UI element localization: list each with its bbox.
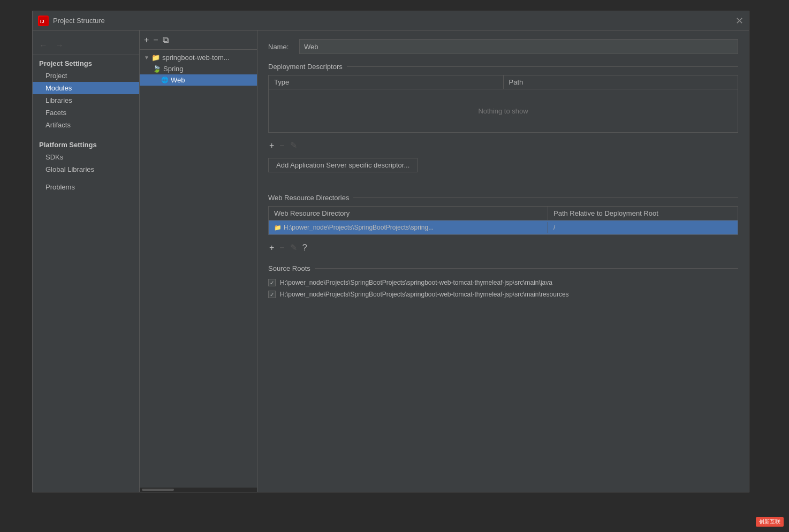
tree-toolbar: + − ⧉ xyxy=(140,31,257,50)
window-title: Project Structure xyxy=(53,17,105,25)
tree-spring-item[interactable]: 🍃 Spring xyxy=(140,63,257,74)
watermark: 创新互联 xyxy=(756,517,784,527)
source-row-resources: ✓ H:\power_node\Projects\SpringBootProje… xyxy=(268,288,738,300)
deployment-table: Type Path Nothing to show xyxy=(268,75,738,133)
problems-section: Problems xyxy=(33,181,139,193)
folder-icon: 📁 xyxy=(274,224,282,231)
resource-help-btn[interactable]: ? xyxy=(301,242,308,254)
resource-action-toolbar: + − ✎ ? xyxy=(268,239,738,256)
close-button[interactable]: ✕ xyxy=(735,16,744,26)
deployment-remove-btn[interactable]: − xyxy=(278,140,285,151)
tree-copy-button[interactable]: ⧉ xyxy=(163,35,169,45)
platform-settings-header: Platform Settings xyxy=(33,136,139,151)
platform-section: Platform Settings SDKs Global Libraries xyxy=(33,136,139,176)
sidebar: ← → Project Settings Project Modules Lib… xyxy=(33,31,140,492)
resource-dir-value: H:\power_node\Projects\SpringBootProject… xyxy=(284,224,434,231)
name-label: Name: xyxy=(268,43,295,51)
sidebar-item-modules[interactable]: Modules xyxy=(33,82,139,94)
sidebar-item-facets[interactable]: Facets xyxy=(33,107,139,119)
sidebar-item-project[interactable]: Project xyxy=(33,70,139,82)
deployment-edit-btn[interactable]: ✎ xyxy=(289,139,298,151)
svg-text:IJ: IJ xyxy=(40,19,44,24)
resource-path-col-header: Path Relative to Deployment Root xyxy=(548,207,738,220)
source-row-java: ✓ H:\power_node\Projects\SpringBootProje… xyxy=(268,277,738,288)
title-bar-left: IJ Project Structure xyxy=(38,16,105,26)
module-icon: 📁 xyxy=(151,54,160,62)
tree-remove-button[interactable]: − xyxy=(153,35,158,45)
deployment-action-toolbar: + − ✎ xyxy=(268,137,738,154)
deployment-add-btn[interactable]: + xyxy=(268,140,275,151)
source-roots-title: Source Roots xyxy=(268,264,738,272)
scrollbar-thumb xyxy=(142,489,174,491)
nothing-to-show-text: Nothing to show xyxy=(478,107,528,115)
type-column-header: Type xyxy=(269,75,504,89)
check-icon-java: ✓ xyxy=(270,280,274,286)
source-path-resources: H:\power_node\Projects\SpringBootProject… xyxy=(280,291,569,298)
source-checkbox-resources[interactable]: ✓ xyxy=(268,291,276,298)
tree-panel: + − ⧉ ▼ 📁 springboot-web-tom... 🍃 Spring… xyxy=(140,31,257,492)
expand-arrow: ▼ xyxy=(144,55,149,60)
tree-root-item[interactable]: ▼ 📁 springboot-web-tom... xyxy=(140,52,257,63)
resource-edit-btn[interactable]: ✎ xyxy=(289,241,298,254)
add-server-btn-wrapper: Add Application Server specific descript… xyxy=(268,158,738,185)
back-button[interactable]: ← xyxy=(37,40,50,51)
deployment-section-title: Deployment Descriptors xyxy=(268,63,738,71)
name-input[interactable] xyxy=(299,39,738,54)
deployment-table-header: Type Path xyxy=(269,75,738,89)
tree-web-item[interactable]: 🌐 Web xyxy=(140,74,257,86)
resource-path-cell: / xyxy=(548,222,738,233)
sidebar-item-artifacts[interactable]: Artifacts xyxy=(33,119,139,131)
resource-remove-btn[interactable]: − xyxy=(278,242,285,254)
web-resource-section: Web Resource Directories Web Resource Di… xyxy=(268,194,738,256)
source-checkbox-java[interactable]: ✓ xyxy=(268,279,276,286)
sidebar-item-sdks[interactable]: SDKs xyxy=(33,151,139,163)
sidebar-item-global-libraries[interactable]: Global Libraries xyxy=(33,163,139,176)
sidebar-item-problems[interactable]: Problems xyxy=(33,181,139,193)
spring-icon: 🍃 xyxy=(153,65,161,73)
nav-toolbar: ← → xyxy=(33,36,139,55)
resource-table-header: Web Resource Directory Path Relative to … xyxy=(269,207,738,221)
forward-button[interactable]: → xyxy=(53,40,66,51)
name-row: Name: xyxy=(268,39,738,54)
tree-web-label: Web xyxy=(171,76,185,84)
web-icon: 🌐 xyxy=(161,77,169,83)
tree-scrollbar[interactable] xyxy=(140,488,257,492)
source-path-java: H:\power_node\Projects\SpringBootProject… xyxy=(280,279,552,286)
app-icon: IJ xyxy=(38,16,49,26)
tree-spring-label: Spring xyxy=(163,65,184,73)
path-column-header: Path xyxy=(504,75,738,89)
add-server-button[interactable]: Add Application Server specific descript… xyxy=(268,158,418,172)
tree-root-label: springboot-web-tom... xyxy=(162,54,230,62)
deployment-table-body: Nothing to show xyxy=(269,89,738,132)
resource-dir-col-header: Web Resource Directory xyxy=(269,207,548,220)
resource-table: Web Resource Directory Path Relative to … xyxy=(268,206,738,235)
resource-add-btn[interactable]: + xyxy=(268,242,275,254)
resource-dir-cell: 📁 H:\power_node\Projects\SpringBootProje… xyxy=(269,222,548,233)
title-bar: IJ Project Structure ✕ xyxy=(33,11,749,31)
check-icon-resources: ✓ xyxy=(270,292,274,298)
sidebar-item-libraries[interactable]: Libraries xyxy=(33,94,139,107)
detail-panel: Name: Deployment Descriptors Type Path N… xyxy=(257,31,749,492)
resource-row[interactable]: 📁 H:\power_node\Projects\SpringBootProje… xyxy=(269,221,738,234)
project-settings-header: Project Settings xyxy=(33,55,139,70)
tree-content: ▼ 📁 springboot-web-tom... 🍃 Spring 🌐 Web xyxy=(140,50,257,488)
web-resource-section-title: Web Resource Directories xyxy=(268,194,738,202)
tree-add-button[interactable]: + xyxy=(144,35,149,45)
source-roots-section: Source Roots ✓ H:\power_node\Projects\Sp… xyxy=(268,264,738,300)
